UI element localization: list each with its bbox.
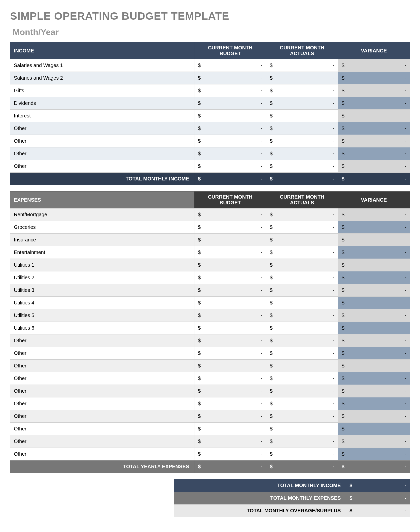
cell-actuals[interactable]: $- [266,360,338,372]
cell-budget[interactable]: $- [194,284,266,297]
table-row: Other$-$-$- [10,147,410,160]
cell-budget[interactable]: $- [194,147,266,160]
cell-actuals[interactable]: $- [266,59,338,72]
row-label[interactable]: Gifts [10,84,194,97]
cell-budget[interactable]: $- [194,334,266,347]
row-label[interactable]: Insurance [10,234,194,246]
cell-actuals[interactable]: $- [266,334,338,347]
cell-actuals[interactable]: $- [266,221,338,234]
row-label[interactable]: Utilities 4 [10,297,194,309]
cell-actuals[interactable]: $- [266,435,338,448]
cell-actuals[interactable]: $- [266,84,338,97]
row-label[interactable]: Other [10,397,194,410]
cell-budget[interactable]: $- [194,448,266,460]
expenses-total-actuals: $- [266,460,338,473]
row-label[interactable]: Rent/Mortgage [10,208,194,221]
cell-budget[interactable]: $- [194,110,266,122]
cell-budget[interactable]: $- [194,84,266,97]
cell-variance: $- [338,360,410,372]
cell-actuals[interactable]: $- [266,297,338,309]
row-label[interactable]: Utilities 5 [10,309,194,322]
table-row: Utilities 6$-$-$- [10,322,410,334]
cell-actuals[interactable]: $- [266,147,338,160]
cell-actuals[interactable]: $- [266,397,338,410]
cell-budget[interactable]: $- [194,135,266,147]
cell-budget[interactable]: $- [194,385,266,397]
cell-budget[interactable]: $- [194,423,266,435]
cell-actuals[interactable]: $- [266,122,338,135]
cell-actuals[interactable]: $- [266,372,338,385]
row-label[interactable]: Other [10,385,194,397]
table-row: Insurance$-$-$- [10,234,410,246]
cell-actuals[interactable]: $- [266,110,338,122]
row-label[interactable]: Other [10,347,194,360]
row-label[interactable]: Utilities 2 [10,271,194,284]
row-label[interactable]: Dividends [10,97,194,110]
cell-actuals[interactable]: $- [266,97,338,110]
row-label[interactable]: Entertainment [10,246,194,259]
table-row: Other$-$-$- [10,372,410,385]
cell-actuals[interactable]: $- [266,322,338,334]
row-label[interactable]: Utilities 1 [10,259,194,271]
cell-budget[interactable]: $- [194,397,266,410]
row-label[interactable]: Groceries [10,221,194,234]
row-label[interactable]: Other [10,160,194,173]
cell-budget[interactable]: $- [194,72,266,84]
row-label[interactable]: Other [10,360,194,372]
row-label[interactable]: Utilities 6 [10,322,194,334]
row-label[interactable]: Other [10,334,194,347]
row-label[interactable]: Other [10,122,194,135]
cell-variance: $- [338,221,410,234]
row-label[interactable]: Other [10,410,194,423]
cell-budget[interactable]: $- [194,372,266,385]
row-label[interactable]: Other [10,372,194,385]
cell-actuals[interactable]: $- [266,410,338,423]
row-label[interactable]: Interest [10,110,194,122]
cell-budget[interactable]: $- [194,97,266,110]
cell-actuals[interactable]: $- [266,423,338,435]
cell-variance: $- [338,448,410,460]
cell-actuals[interactable]: $- [266,347,338,360]
cell-budget[interactable]: $- [194,322,266,334]
cell-actuals[interactable]: $- [266,208,338,221]
cell-budget[interactable]: $- [194,435,266,448]
cell-budget[interactable]: $- [194,360,266,372]
cell-variance: $- [338,372,410,385]
cell-actuals[interactable]: $- [266,234,338,246]
row-label[interactable]: Other [10,435,194,448]
cell-variance: $- [338,84,410,97]
cell-actuals[interactable]: $- [266,135,338,147]
row-label[interactable]: Other [10,448,194,460]
cell-budget[interactable]: $- [194,221,266,234]
cell-budget[interactable]: $- [194,259,266,271]
col-budget-header: CURRENT MONTH BUDGET [194,192,266,208]
row-label[interactable]: Other [10,423,194,435]
row-label[interactable]: Other [10,147,194,160]
row-label[interactable]: Salaries and Wages 2 [10,72,194,84]
cell-budget[interactable]: $- [194,246,266,259]
cell-actuals[interactable]: $- [266,160,338,173]
cell-actuals[interactable]: $- [266,284,338,297]
cell-budget[interactable]: $- [194,347,266,360]
cell-budget[interactable]: $- [194,309,266,322]
table-row: Groceries$-$-$- [10,221,410,234]
cell-actuals[interactable]: $- [266,271,338,284]
row-label[interactable]: Salaries and Wages 1 [10,59,194,72]
cell-budget[interactable]: $- [194,160,266,173]
cell-budget[interactable]: $- [194,234,266,246]
cell-actuals[interactable]: $- [266,259,338,271]
cell-budget[interactable]: $- [194,297,266,309]
cell-actuals[interactable]: $- [266,246,338,259]
cell-budget[interactable]: $- [194,122,266,135]
expenses-table: EXPENSES CURRENT MONTH BUDGET CURRENT MO… [10,191,410,473]
row-label[interactable]: Utilities 3 [10,284,194,297]
cell-budget[interactable]: $- [194,59,266,72]
cell-budget[interactable]: $- [194,410,266,423]
cell-actuals[interactable]: $- [266,309,338,322]
cell-budget[interactable]: $- [194,208,266,221]
cell-budget[interactable]: $- [194,271,266,284]
row-label[interactable]: Other [10,135,194,147]
cell-actuals[interactable]: $- [266,385,338,397]
cell-actuals[interactable]: $- [266,72,338,84]
cell-actuals[interactable]: $- [266,448,338,460]
